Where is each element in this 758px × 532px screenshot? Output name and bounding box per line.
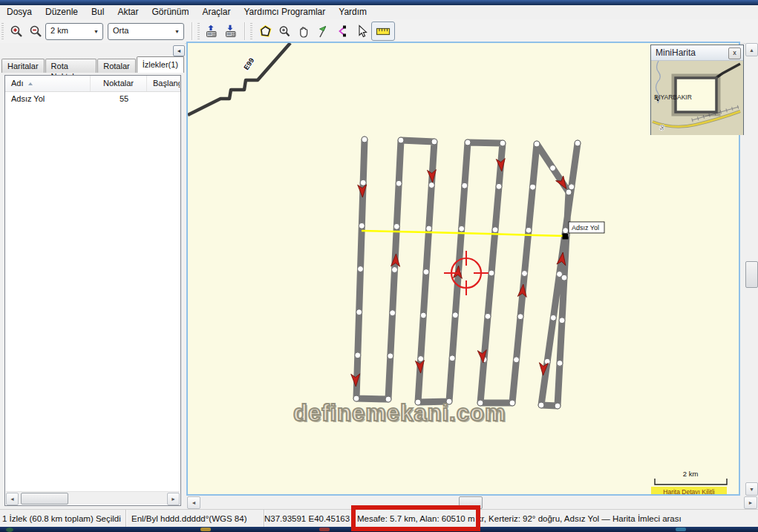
track-point[interactable] xyxy=(514,357,520,363)
menu-bul[interactable]: Bul xyxy=(85,5,111,19)
track-point[interactable] xyxy=(485,313,491,319)
table-row[interactable]: Adsız Yol 55 xyxy=(5,92,180,106)
tab-rotalar[interactable]: Rotalar xyxy=(97,59,135,73)
menu-gorunum[interactable]: Görünüm xyxy=(145,5,195,19)
menu-yardim[interactable]: Yardım xyxy=(332,5,373,19)
window-titlebar-strip xyxy=(0,0,758,5)
pan-tool-button[interactable] xyxy=(294,22,313,40)
receive-from-device-button[interactable] xyxy=(222,22,241,40)
scroll-left-button[interactable]: ◄ xyxy=(6,493,19,505)
scroll-up-button[interactable]: ▲ xyxy=(745,43,758,56)
track-point[interactable] xyxy=(426,226,432,231)
track-point[interactable] xyxy=(563,228,569,234)
track-point[interactable] xyxy=(355,352,361,358)
menu-dosya[interactable]: Dosya xyxy=(0,5,39,19)
route-tool-button[interactable] xyxy=(333,22,352,40)
panel-horizontal-scrollbar[interactable]: ◄ ► xyxy=(6,491,180,505)
column-header-adi[interactable]: Adı xyxy=(5,76,91,91)
track-point[interactable] xyxy=(557,272,563,278)
track-point[interactable] xyxy=(418,356,424,362)
track-point[interactable] xyxy=(496,183,502,189)
track-point[interactable] xyxy=(459,226,465,231)
panel-collapse-button[interactable]: ◄ xyxy=(173,45,185,56)
track-point[interactable] xyxy=(452,312,458,318)
track-point[interactable] xyxy=(534,141,540,147)
track-point[interactable] xyxy=(356,309,362,315)
scroll-down-button[interactable]: ▼ xyxy=(745,482,758,496)
track-point[interactable] xyxy=(362,137,367,142)
track-point[interactable] xyxy=(431,139,437,145)
zoom-in-button[interactable] xyxy=(7,22,26,40)
map-viewport[interactable]: E99 Adsız Yol 2 km Harita Detayı Kilitli… xyxy=(186,42,740,496)
menu-yardimci-programlar[interactable]: Yardımcı Programlar xyxy=(237,5,332,19)
map-scale-select[interactable]: 2 km ▼ xyxy=(45,23,103,40)
track-point[interactable] xyxy=(500,140,506,146)
scrollbar-thumb[interactable] xyxy=(745,261,758,288)
scrollbar-thumb[interactable] xyxy=(21,493,68,505)
track-point[interactable] xyxy=(449,355,455,361)
track-point[interactable] xyxy=(462,183,468,188)
tab-haritalar[interactable]: Haritalar xyxy=(1,59,45,73)
track-point[interactable] xyxy=(358,266,364,272)
menu-aktar[interactable]: Aktar xyxy=(111,5,145,19)
scroll-right-button[interactable]: ► xyxy=(167,493,180,505)
minimap-canvas[interactable]: DIYARBAKIR 50 xyxy=(651,61,743,135)
track-point[interactable] xyxy=(509,400,515,406)
track-point[interactable] xyxy=(398,137,404,143)
tab-izlekler[interactable]: İzlekler(1) xyxy=(137,56,184,73)
taskbar-icon[interactable] xyxy=(200,528,211,531)
track-point[interactable] xyxy=(420,312,426,318)
zoom-tool-button[interactable] xyxy=(275,22,294,40)
windows-taskbar[interactable] xyxy=(0,527,758,532)
column-header-baslangic[interactable]: Başlangıç xyxy=(147,76,180,91)
zoom-out-button[interactable] xyxy=(26,22,45,40)
track-point[interactable] xyxy=(566,189,572,195)
send-to-device-button[interactable] xyxy=(203,22,222,40)
track-point[interactable] xyxy=(428,183,434,188)
track-point[interactable] xyxy=(555,403,561,409)
track-point[interactable] xyxy=(569,184,575,190)
measure-endpoint[interactable] xyxy=(563,234,569,240)
scroll-left-button[interactable]: ◄ xyxy=(187,496,200,509)
map-tool-button[interactable] xyxy=(255,22,275,40)
track-point[interactable] xyxy=(530,184,536,190)
track-point[interactable] xyxy=(517,314,523,320)
track-point[interactable] xyxy=(392,267,398,273)
measure-tool-button[interactable] xyxy=(371,22,395,41)
scrollbar-thumb[interactable] xyxy=(459,496,483,509)
track-point[interactable] xyxy=(557,360,563,366)
taskbar-icon[interactable] xyxy=(676,528,686,531)
track-point[interactable] xyxy=(423,269,429,275)
taskbar-icon[interactable] xyxy=(445,528,456,531)
track-point[interactable] xyxy=(396,180,402,186)
track-list-header: Adı Noktalar Başlangıç xyxy=(5,76,180,92)
tab-rota-noktalari[interactable]: Rota Noktaları xyxy=(45,59,97,73)
track-point[interactable] xyxy=(522,271,528,277)
track-point[interactable] xyxy=(465,139,471,145)
map-horizontal-scrollbar[interactable]: ◄ ► xyxy=(186,496,758,509)
track-point[interactable] xyxy=(492,227,498,233)
track-point[interactable] xyxy=(538,402,544,408)
track-point[interactable] xyxy=(359,223,365,229)
taskbar-icon[interactable] xyxy=(319,528,330,531)
track-point[interactable] xyxy=(526,227,532,233)
minimap-close-button[interactable]: x xyxy=(728,47,741,59)
scroll-right-button[interactable]: ► xyxy=(744,496,757,509)
selection-tool-button[interactable] xyxy=(352,22,371,40)
map-detail-select[interactable]: Orta ▼ xyxy=(108,23,184,40)
track-point[interactable] xyxy=(550,315,556,321)
map-vertical-scrollbar[interactable]: ▲ ▼ xyxy=(745,43,758,496)
waypoint-tool-button[interactable] xyxy=(313,22,333,40)
track-point[interactable] xyxy=(575,140,581,146)
track-point[interactable] xyxy=(390,310,396,316)
track-point[interactable] xyxy=(393,223,399,229)
column-header-noktalar[interactable]: Noktalar xyxy=(91,76,147,91)
track-point[interactable] xyxy=(489,270,494,276)
track-point[interactable] xyxy=(360,180,366,185)
track-point[interactable] xyxy=(550,165,556,171)
menu-araclar[interactable]: Araçlar xyxy=(195,5,237,19)
menu-duzenle[interactable]: Düzenle xyxy=(39,5,85,19)
track-point[interactable] xyxy=(388,353,393,359)
track-point[interactable] xyxy=(559,318,565,324)
start-orb[interactable] xyxy=(6,528,13,532)
